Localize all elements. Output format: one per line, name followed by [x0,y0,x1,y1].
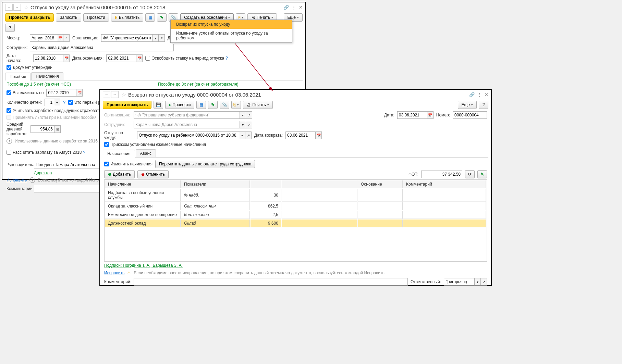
pay-until-15-checkbox[interactable] [7,90,11,95]
favorite-star-icon[interactable]: ☆ [24,4,28,11]
date-calendar-button-2[interactable]: 📅 [427,111,434,119]
link-icon[interactable]: 🔗 [283,5,289,10]
pay-button[interactable]: ₽Выплатить [111,13,144,22]
employee-input-2[interactable] [134,121,240,128]
month-calendar-button[interactable]: 📅 [57,34,63,42]
fot-input[interactable] [421,171,462,178]
pay-until-15-input[interactable] [46,89,76,97]
menu-item-change-conditions[interactable]: Изменение условий оплаты отпуска по уход… [171,29,292,42]
table-row[interactable]: Оклад за классный чин Окл. классн. чин 8… [105,202,486,210]
org-open-button[interactable]: ↗ [159,34,165,42]
nav-back-button[interactable]: ← [5,4,13,11]
end-date-input[interactable] [106,54,136,62]
help-link[interactable]: ? [225,56,228,61]
attach-icon-button-2[interactable]: 📎 [220,101,229,109]
employee-label: Сотрудник: [7,45,27,50]
manager-position-link[interactable]: Директор [34,171,52,175]
close-icon[interactable]: ✕ [299,5,303,10]
org-input[interactable] [101,34,153,42]
org-open-button-2[interactable]: ↗ [246,111,252,119]
add-button[interactable]: ⊕Добавить [104,170,135,178]
document-icon-button-2[interactable]: ▦ [196,101,206,109]
date-input-2[interactable] [397,111,427,119]
approved-checkbox[interactable] [7,65,11,70]
menu-item-return-from-leave[interactable]: Возврат из отпуска по уходу [171,20,292,29]
children-count-input[interactable] [45,99,54,106]
org-input-2[interactable] [134,111,240,119]
employee-dropdown-button-2[interactable]: ▾ [240,121,246,128]
kebab-icon-2[interactable]: ⋮ [477,92,482,97]
pay-until-15-calendar-button[interactable]: 📅 [76,89,83,97]
number-input[interactable] [453,111,487,119]
leave-open-button[interactable]: ↗ [245,131,252,139]
help-button-2[interactable]: ? [479,101,488,109]
more-button-2[interactable]: Еще [458,101,477,109]
tab-advance[interactable]: Аванс [136,149,156,157]
recount-button[interactable]: Перечитать данные по оплате труда сотруд… [155,160,255,168]
refresh-button[interactable]: ⟳ [465,170,475,178]
employee-open-button-2[interactable]: ↗ [246,121,252,128]
tab-accruals-2[interactable]: Начисления [103,150,135,158]
table-row[interactable]: Надбавка за особые условия службы % надб… [105,189,486,202]
return-date-calendar-button[interactable]: 📅 [316,131,322,139]
children-count-stepper[interactable]: ÷ [54,99,60,106]
accruals-table: Начисление Показатели Основание Коммента… [105,180,487,228]
help-link-calc[interactable]: ? [83,150,85,155]
avg-earnings-calc-button[interactable]: ⊞ [54,125,61,133]
link-icon-2[interactable]: 🔗 [469,92,475,97]
signatures-link[interactable]: Подписи: Погодина Т. А., Барышева З. А. [104,263,183,268]
fix-hint-2: Если необходимо внести исправление, но п… [134,271,385,275]
order-set-checkbox[interactable] [104,142,109,147]
print-button-2[interactable]: 🖨Печать [243,101,272,109]
org-dropdown-button[interactable]: ▾ [153,34,159,42]
calc-salary-checkbox[interactable] [7,150,11,155]
fix-link-1[interactable]: Исправить [7,178,27,183]
save-button[interactable]: Записать [56,13,81,22]
first-child-checkbox[interactable] [68,100,73,105]
responsible-dropdown-button[interactable]: ▾ [475,278,481,286]
nav-forward-button[interactable]: → [13,4,21,11]
nav-forward-button-2[interactable]: → [111,91,119,98]
comment-input-2[interactable] [134,278,408,286]
table-row-selected[interactable]: Должностной оклад Оклад 9 600 [105,219,486,227]
tab-benefits[interactable]: Пособия [5,73,31,80]
org-dropdown-button-2[interactable]: ▾ [240,111,246,119]
post-button-2[interactable]: ▸Провести [165,101,194,109]
comment-input-1[interactable] [34,185,102,192]
return-date-input[interactable] [285,131,316,139]
start-date-calendar-button[interactable]: 📅 [63,54,70,62]
close-icon-2[interactable]: ✕ [485,92,488,97]
tab-accruals[interactable]: Начисления [31,72,63,80]
avg-earnings-input[interactable] [31,125,54,133]
document-icon-button[interactable]: ▦ [145,13,155,22]
help-button[interactable]: ? [5,24,15,32]
leave-dropdown-button[interactable]: ▾ [239,131,245,139]
kebab-icon[interactable]: ⋮ [292,5,296,10]
post-and-close-button-2[interactable]: Провести и закрыть [103,101,151,109]
edit-icon-button[interactable]: ✎ [157,13,167,22]
month-stepper-button[interactable]: ÷ [63,34,70,42]
month-input[interactable] [30,34,57,42]
table-row[interactable]: Ежемесячное денежное поощрение Кол. окла… [105,211,486,219]
prev-insurers-checkbox[interactable] [7,108,11,113]
responsible-input[interactable] [444,278,475,286]
employee-input[interactable] [30,44,174,51]
free-rate-checkbox[interactable] [145,56,150,61]
manager-input[interactable] [34,161,102,168]
help-link-children[interactable]: ? [63,100,65,105]
leave-input[interactable] [137,131,239,139]
nav-back-button-2[interactable]: ← [103,91,110,98]
edit-fot-button[interactable]: ✎ [477,170,487,178]
extra-dropdown-button-2[interactable]: ⎘ [231,101,241,109]
favorite-star-icon-2[interactable]: ☆ [121,91,126,98]
post-button[interactable]: Провести [83,13,109,22]
change-accruals-checkbox[interactable] [104,162,109,166]
save-icon-button-2[interactable]: 💾 [154,101,163,109]
fix-link-2[interactable]: Исправить [104,271,124,275]
edit-icon-button-2[interactable]: ✎ [208,101,218,109]
responsible-open-button[interactable]: ↗ [481,278,487,286]
start-date-input[interactable] [33,54,63,62]
end-date-calendar-button[interactable]: 📅 [136,54,143,62]
post-and-close-button[interactable]: Провести и закрыть [5,13,54,22]
cancel-button[interactable]: ⊖Отменить [137,170,169,178]
